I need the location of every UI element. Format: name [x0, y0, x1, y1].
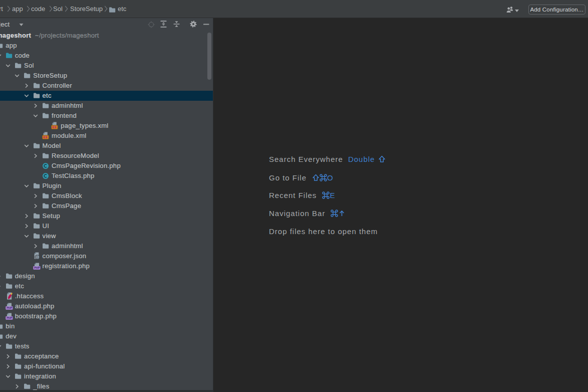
- svg-text:PHP: PHP: [7, 316, 12, 319]
- svg-text:PHP: PHP: [7, 306, 12, 309]
- svg-text:PHP: PHP: [34, 266, 40, 269]
